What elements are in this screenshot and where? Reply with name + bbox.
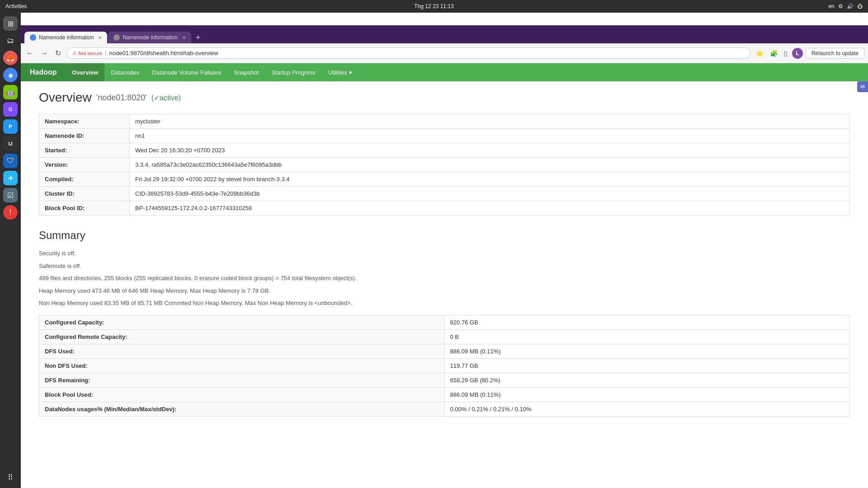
summary-table-key: Configured Remote Capacity:: [39, 329, 445, 344]
nav-link-datanodes[interactable]: Datanodes: [104, 63, 146, 81]
profile-icon[interactable]: L: [792, 48, 803, 59]
sidebar-icon-error[interactable]: !: [3, 205, 18, 220]
overview-table-value: Wed Dec 20 16:30:20 +0700 2023: [130, 143, 850, 158]
dropdown-chevron-icon: ▾: [349, 69, 352, 76]
tab-2-label: Namenode information: [123, 34, 177, 41]
right-edge-button[interactable]: ✉: [857, 81, 868, 92]
security-text: Security is off.: [39, 249, 850, 258]
bookmark-button[interactable]: ⭐: [754, 48, 765, 59]
summary-table-key: Non DFS Used:: [39, 358, 445, 373]
browser-chrome: Namenode information ✕ Namenode informat…: [21, 25, 868, 63]
summary-table-value: 820.76 GB: [444, 315, 850, 329]
sidebar-icon-files[interactable]: 🗂: [3, 33, 18, 48]
nonheap-text: Non Heap Memory used 83.35 MB of 85.71 M…: [39, 299, 850, 308]
sidebar-icon-intellij[interactable]: IJ: [3, 136, 18, 151]
summary-table: Configured Capacity:820.76 GBConfigured …: [39, 315, 850, 417]
forward-button[interactable]: →: [39, 47, 50, 59]
overview-table-value: CID-38925783-53d9-4555-b43e-7e209bb36d3b: [130, 187, 850, 201]
address-actions: ⭐ 🧩 ▯ L Relaunch to update: [754, 48, 864, 59]
summary-table-value: 119.77 GB: [444, 358, 850, 373]
overview-table-key: Namespace:: [39, 114, 130, 129]
overview-table-key: Compiled:: [39, 172, 130, 187]
tab-2[interactable]: Namenode information ✕: [108, 32, 191, 43]
sidebar-icon-telegram[interactable]: ✈: [3, 171, 18, 185]
sidebar-toggle-button[interactable]: ▯: [782, 48, 789, 59]
summary-table-value: 886.09 MB (0.11%): [444, 344, 850, 358]
nav-link-overview[interactable]: Overview: [66, 63, 105, 81]
summary-table-key: Configured Capacity:: [39, 315, 445, 329]
tab-1-close[interactable]: ✕: [98, 35, 102, 40]
main-wrapper: Namenode information ✕ Namenode informat…: [21, 25, 868, 488]
safemode-text: Safemode is off.: [39, 262, 850, 271]
summary-table-value: 0 B: [444, 329, 850, 344]
overview-node: 'node01:8020': [96, 93, 147, 103]
address-text: node01:9870/dfshealth.html#tab-overview: [109, 50, 218, 56]
sidebar-icon-chromium[interactable]: ◉: [3, 68, 18, 82]
new-tab-button[interactable]: +: [192, 32, 204, 43]
os-taskbar: Activities Thg 12 23 11:13 en ⚙ 🔊 ⏻: [0, 0, 868, 13]
hadoop-brand: Hadoop: [21, 63, 66, 81]
heap-text: Heap Memory used 473.48 MB of 646 MB Hea…: [39, 286, 850, 296]
overview-table-value: nn1: [130, 129, 850, 143]
relaunch-button[interactable]: Relaunch to update: [806, 48, 864, 59]
summary-table-key: DataNodes usages% (Min/Median/Max/stdDev…: [39, 402, 445, 416]
os-lang: en: [829, 3, 835, 9]
overview-table-key: Block Pool ID:: [39, 201, 130, 216]
filesystem-text: 499 files and directories, 255 blocks (2…: [39, 274, 850, 283]
overview-table-value: mycluster: [130, 114, 850, 129]
not-secure-badge: ⚠ Not secure: [72, 50, 102, 56]
overview-table-key: Cluster ID:: [39, 187, 130, 201]
page-content: Overview 'node01:8020' (✓active) Namespa…: [21, 81, 868, 488]
nav-link-datanode-volume-failures[interactable]: Datanode Volume Failures: [146, 63, 227, 81]
tab-1-favicon: [30, 34, 36, 41]
sidebar-icon-grid[interactable]: ⊞: [3, 16, 18, 31]
nav-link-utilities[interactable]: Utilities ▾: [322, 63, 359, 81]
sidebar-icon-firefox[interactable]: 🦊: [3, 51, 18, 65]
summary-table-value: 886.09 MB (0.11%): [444, 387, 850, 402]
os-volume-icon[interactable]: 🔊: [847, 3, 854, 9]
sidebar-icon-goland[interactable]: G: [3, 102, 18, 117]
sidebar-icon-pycharm[interactable]: P: [3, 119, 18, 134]
tab-1[interactable]: Namenode information ✕: [24, 32, 107, 43]
overview-table: Namespace:myclusterNamenode ID:nn1Starte…: [39, 114, 850, 216]
summary-table-key: DFS Used:: [39, 344, 445, 358]
hadoop-nav: Hadoop Overview Datanodes Datanode Volum…: [21, 63, 868, 81]
tab-2-close[interactable]: ✕: [182, 35, 186, 40]
warning-icon: ⚠: [72, 50, 77, 56]
summary-table-value: 0.00% / 0.21% / 0.21% / 0.10%: [444, 402, 850, 416]
overview-table-key: Started:: [39, 143, 130, 158]
os-datetime: Thg 12 23 11:13: [414, 3, 453, 9]
overview-heading: Overview 'node01:8020' (✓active): [39, 90, 850, 105]
summary-heading: Summary: [39, 229, 850, 242]
overview-table-key: Namenode ID:: [39, 129, 130, 143]
sidebar-icon-android[interactable]: 🤖: [3, 85, 18, 99]
nav-link-snapshot[interactable]: Snapshot: [227, 63, 265, 81]
extensions-button[interactable]: 🧩: [768, 48, 779, 59]
sidebar-icon-shield[interactable]: 🛡: [3, 154, 18, 168]
tab-2-favicon: [113, 34, 120, 41]
back-button[interactable]: ←: [24, 47, 35, 59]
overview-status: (✓active): [151, 94, 181, 102]
tab-bar: Namenode information ✕ Namenode informat…: [21, 25, 868, 43]
tab-1-label: Namenode information: [39, 34, 94, 41]
overview-table-value: BP-1744559125-172.24.0.2-1677743310258: [130, 201, 850, 216]
address-input[interactable]: ⚠ Not secure | node01:9870/dfshealth.htm…: [66, 47, 750, 59]
overview-title-text: Overview: [39, 90, 92, 105]
os-bar-right: en ⚙ 🔊 ⏻: [829, 3, 863, 9]
overview-table-key: Version:: [39, 158, 130, 172]
sidebar-icon-apps[interactable]: ⠿: [3, 470, 18, 484]
summary-table-key: Block Pool Used:: [39, 387, 445, 402]
nav-link-startup-progress[interactable]: Startup Progress: [265, 63, 322, 81]
summary-table-key: DFS Remaining:: [39, 373, 445, 387]
activities-label[interactable]: Activities: [5, 3, 27, 9]
os-settings-icon[interactable]: ⚙: [838, 3, 843, 9]
reload-button[interactable]: ↻: [53, 47, 63, 59]
summary-table-value: 658.29 GB (80.2%): [444, 373, 850, 387]
os-sidebar: ⊞ 🗂 🦊 ◉ 🤖 G P IJ 🛡 ✈ ☑ ! ⠿: [0, 13, 21, 488]
sidebar-icon-todo[interactable]: ☑: [3, 188, 18, 202]
os-bar-left: Activities: [5, 3, 27, 9]
os-power-icon[interactable]: ⏻: [857, 3, 863, 9]
address-bar: ← → ↻ ⚠ Not secure | node01:9870/dfsheal…: [21, 43, 868, 63]
overview-table-value: Fri Jul 29 19:32:00 +0700 2022 by stevel…: [130, 172, 850, 187]
overview-table-value: 3.3.4, ra585a73c3e02ac62350c136643a5e7f6…: [130, 158, 850, 172]
